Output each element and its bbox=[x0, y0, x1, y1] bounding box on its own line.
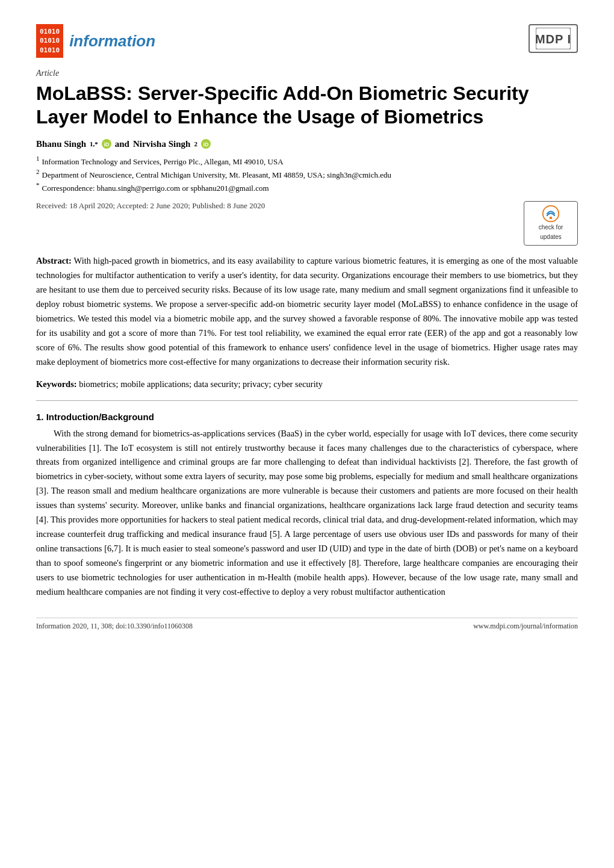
publication-dates: Received: 18 April 2020; Accepted: 2 Jun… bbox=[36, 201, 265, 211]
aff-2-num: 2 bbox=[36, 169, 40, 182]
check-for-updates-badge[interactable]: check for updates bbox=[524, 201, 578, 246]
keywords-section: Keywords: biometrics; mobile application… bbox=[36, 379, 578, 389]
mdpi-logo: MDP I bbox=[529, 24, 578, 53]
page-footer: Information 2020, 11, 308; doi:10.3390/i… bbox=[36, 618, 578, 631]
svg-text:MDP I: MDP I bbox=[536, 33, 571, 46]
intro-section-num: 1. bbox=[36, 412, 46, 422]
check-updates-icon bbox=[542, 205, 559, 222]
abstract-label: Abstract: bbox=[36, 256, 72, 265]
footer-url: www.mdpi.com/journal/information bbox=[473, 622, 578, 631]
paper-title: MoLaBSS: Server-Specific Add-On Biometri… bbox=[36, 82, 578, 128]
check-updates-line2: updates bbox=[540, 233, 562, 241]
keywords-label: Keywords: bbox=[36, 379, 77, 389]
affiliations: 1 Information Technology and Services, P… bbox=[36, 155, 578, 195]
introduction-section: 1. Introduction/Background With the stro… bbox=[36, 412, 578, 600]
author-2-sup: 2 bbox=[194, 140, 197, 147]
svg-text:iD: iD bbox=[104, 141, 110, 147]
author-2-orcid-icon[interactable]: iD bbox=[201, 139, 211, 149]
abstract-text: Abstract: With high-paced growth in biom… bbox=[36, 254, 578, 369]
binary-logo: 01010 01010 01010 bbox=[36, 24, 63, 58]
article-type: Article bbox=[36, 69, 578, 78]
journal-name: information bbox=[69, 32, 155, 51]
affiliation-star: * Correspondence: bhanu.singh@perrigo.co… bbox=[36, 182, 578, 195]
intro-section-title: 1. Introduction/Background bbox=[36, 412, 578, 422]
svg-text:iD: iD bbox=[203, 141, 209, 147]
aff-star-text: Correspondence: bhanu.singh@perrigo.com … bbox=[42, 182, 269, 195]
check-updates-line1: check for bbox=[539, 223, 563, 232]
footer-doi: Information 2020, 11, 308; doi:10.3390/i… bbox=[36, 622, 193, 631]
author-2-name: Nirvisha Singh bbox=[133, 139, 190, 149]
author-and: and bbox=[115, 139, 129, 149]
keywords-text: biometrics; mobile applications; data se… bbox=[79, 379, 323, 389]
date-section: Received: 18 April 2020; Accepted: 2 Jun… bbox=[36, 201, 578, 246]
aff-2-text: Department of Neuroscience, Central Mich… bbox=[42, 169, 391, 182]
author-1-orcid-icon[interactable]: iD bbox=[102, 139, 111, 149]
page-header: 01010 01010 01010 information MDP I bbox=[36, 24, 578, 58]
abstract-section: Abstract: With high-paced growth in biom… bbox=[36, 254, 578, 369]
intro-paragraph-1: With the strong demand for biometrics-as… bbox=[36, 427, 578, 600]
svg-point-7 bbox=[550, 217, 553, 220]
authors-line: Bhanu Singh1,* iD and Nirvisha Singh2 iD bbox=[36, 139, 578, 149]
section-divider bbox=[36, 400, 578, 401]
affiliation-2: 2 Department of Neuroscience, Central Mi… bbox=[36, 169, 578, 182]
author-1-sup: 1,* bbox=[90, 140, 98, 147]
affiliation-1: 1 Information Technology and Services, P… bbox=[36, 155, 578, 169]
aff-1-text: Information Technology and Services, Per… bbox=[42, 155, 284, 169]
abstract-body: With high-paced growth in biometrics, an… bbox=[36, 256, 578, 366]
aff-1-num: 1 bbox=[36, 155, 40, 169]
page-container: 01010 01010 01010 information MDP I Arti… bbox=[36, 24, 578, 631]
author-1-name: Bhanu Singh bbox=[36, 139, 86, 149]
aff-star-num: * bbox=[36, 182, 40, 195]
intro-section-heading: Introduction/Background bbox=[46, 412, 154, 422]
journal-logo: 01010 01010 01010 information bbox=[36, 24, 155, 58]
